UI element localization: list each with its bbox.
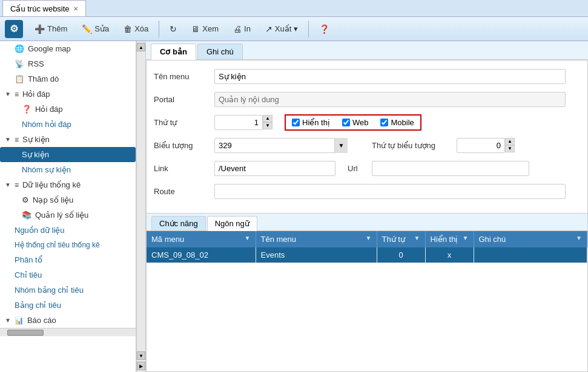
help-button[interactable]: ❓ (312, 21, 336, 37)
row-portal: Portal (154, 91, 580, 108)
input-portal (214, 92, 566, 107)
sua-button[interactable]: ✏️ Sửa (75, 21, 116, 37)
row-link-url: Link Url (154, 160, 580, 177)
check-mobile[interactable] (380, 119, 388, 126)
sidebar-item-su-kien[interactable]: Sự kiện (0, 147, 136, 162)
th-thu-tu[interactable]: Thứ tự ▼ (377, 231, 425, 247)
cell-ten-menu: Events (256, 247, 377, 263)
sidebar-label-hoi-dap: Hỏi đáp (35, 105, 63, 114)
spinner-bieu-tuong-down[interactable]: ▼ (505, 145, 515, 152)
cell-thu-tu: 0 (377, 247, 425, 263)
th-ten-menu[interactable]: Tên menu ▼ (256, 231, 377, 247)
chuc-nang-label: Chức năng (159, 219, 198, 228)
them-label: Thêm (47, 24, 67, 33)
input-link[interactable] (214, 161, 335, 176)
tab-ngon-ngu[interactable]: Ngôn ngữ (207, 216, 257, 231)
filter-ten-menu-icon[interactable]: ▼ (366, 235, 372, 241)
sidebar-item-tham-do[interactable]: 📋 Thăm dò (0, 71, 136, 86)
sidebar-label-phan-to: Phân tổ (15, 255, 42, 264)
input-thu-tu-bieu-tuong[interactable] (457, 138, 505, 153)
sidebar-item-nhom-su-kien[interactable]: Nhóm sự kiện (0, 162, 136, 177)
sidebar-label-su-kien: Sự kiện (22, 150, 49, 159)
tab-cau-truc-website[interactable]: Cấu trúc website ✕ (2, 0, 86, 16)
spinner-btns: ▲ ▼ (263, 115, 273, 129)
spinner-down[interactable]: ▼ (263, 122, 273, 129)
refresh-button[interactable]: ↻ (163, 21, 183, 37)
filter-hien-thi-icon[interactable]: ▼ (463, 235, 469, 241)
form-tabs: Cơ bản Ghi chú (146, 41, 588, 60)
check-web[interactable] (342, 119, 350, 126)
spinner-up[interactable]: ▲ (263, 115, 273, 122)
tab-label: Cấu trúc website (10, 4, 70, 13)
th-thu-tu-label: Thứ tự (382, 235, 405, 244)
filter-ghi-chu-icon[interactable]: ▼ (576, 235, 582, 241)
checkbox-hien-thi[interactable]: Hiển thị (292, 118, 330, 127)
sidebar-label-google-map: Google map (28, 44, 71, 53)
sidebar-item-bang-chi-tieu[interactable]: Bảng chỉ tiêu (0, 298, 136, 313)
tab-ghi-chu[interactable]: Ghi chú (197, 44, 243, 59)
sidebar-label-du-lieu: Dữ liệu thống kê (22, 180, 81, 189)
sidebar-label-bang: Bảng chỉ tiêu (15, 301, 61, 310)
tab-close-icon[interactable]: ✕ (73, 5, 78, 12)
th-ma-menu[interactable]: Mã menu ▼ (147, 231, 256, 247)
sidebar-hscrollbar[interactable] (0, 328, 136, 336)
input-thu-tu[interactable] (214, 115, 263, 130)
tab-chuc-nang[interactable]: Chức năng (151, 216, 206, 230)
check-hien-thi[interactable] (292, 119, 300, 126)
triangle-icon-3: ▼ (5, 181, 11, 188)
xuat-button[interactable]: ↗ Xuất ▾ (259, 21, 305, 37)
sidebar-item-rss[interactable]: 📡 RSS (0, 56, 136, 71)
select-bieu-tuong[interactable]: 329 (214, 138, 348, 153)
th-hien-thi[interactable]: Hiển thị ▼ (425, 231, 474, 247)
scroll-right-btn[interactable]: ▶ (137, 362, 145, 370)
label-hien-thi: Hiển thị (302, 118, 330, 127)
input-ten-menu[interactable] (214, 69, 566, 84)
spinner-bieu-tuong: ▲ ▼ (457, 138, 515, 153)
spinner-bieu-tuong-up[interactable]: ▲ (505, 138, 515, 145)
xuat-label: Xuất ▾ (275, 24, 298, 33)
sidebar-item-chi-tieu[interactable]: Chỉ tiêu (0, 267, 136, 282)
xem-button[interactable]: 🖥 Xem (185, 21, 225, 37)
label-ten-menu: Tên menu (154, 72, 214, 81)
checkbox-web[interactable]: Web (342, 118, 369, 127)
input-url[interactable] (372, 161, 529, 176)
refresh-icon: ↻ (170, 24, 177, 34)
checkbox-mobile[interactable]: Mobile (380, 118, 414, 127)
them-button[interactable]: ➕ Thêm (28, 21, 74, 37)
row-route: Route (154, 183, 580, 200)
sidebar-item-nap-so-lieu[interactable]: ⚙ Nạp số liệu (0, 192, 136, 207)
in-button[interactable]: 🖨 In (226, 21, 257, 37)
label-bieu-tuong: Biểu tượng (154, 141, 214, 150)
sidebar-hscrollbar-thumb[interactable] (7, 330, 44, 336)
co-ban-label: Cơ bản (160, 47, 187, 56)
filter-ma-menu-icon[interactable]: ▼ (245, 235, 251, 241)
sidebar-group-hoi-dap[interactable]: ▼ ≡ Hỏi đáp (0, 86, 136, 102)
sidebar-item-quan-ly-so-lieu[interactable]: 📚 Quản lý số liệu (0, 207, 136, 223)
google-map-icon: 🌐 (15, 44, 24, 53)
xoa-button[interactable]: 🗑 Xóa (117, 21, 155, 37)
checkbox-group: Hiển thị Web Mobile (285, 114, 421, 131)
sidebar-item-nguon-du-lieu[interactable]: Nguồn dữ liệu (0, 223, 136, 238)
label-thu-tu: Thứ tự (154, 118, 214, 127)
sidebar-label-chi-tieu: Chỉ tiêu (15, 270, 42, 279)
sidebar-group-du-lieu[interactable]: ▼ ≡ Dữ liệu thống kê (0, 177, 136, 192)
label-url: Url (348, 164, 372, 173)
table-row[interactable]: CMS_09_08_02 Events 0 x (147, 247, 587, 263)
tab-co-ban[interactable]: Cơ bản (151, 44, 196, 60)
content-area: Cơ bản Ghi chú Tên menu Portal (146, 41, 588, 372)
sidebar-group-bao-cao[interactable]: ▼ 📊 Báo cáo (0, 313, 136, 328)
sidebar-item-google-map[interactable]: 🌐 Google map (0, 41, 136, 56)
th-ghi-chu[interactable]: Ghi chú ▼ (474, 231, 587, 247)
scroll-down-btn[interactable]: ▼ (137, 351, 145, 360)
scroll-up-btn[interactable]: ▲ (137, 43, 145, 51)
filter-thu-tu-icon[interactable]: ▼ (414, 235, 420, 241)
sidebar-item-nhom-hoi-dap[interactable]: Nhóm hỏi đáp (0, 117, 136, 132)
label-thu-tu-bieu-tuong: Thứ tự biểu tượng (372, 141, 457, 150)
sidebar-item-hoi-dap[interactable]: ❓ Hỏi đáp (0, 102, 136, 117)
sidebar-item-nhom-bang-chi-tieu[interactable]: Nhóm bảng chỉ tiêu (0, 282, 136, 298)
sidebar-item-he-thong[interactable]: Hệ thống chỉ tiêu thống kê (0, 238, 136, 252)
sidebar-item-phan-to[interactable]: Phân tổ (0, 252, 136, 267)
input-route[interactable] (214, 184, 566, 199)
sidebar-vscrollbar: ▲ ▼ ▶ (136, 41, 146, 372)
sidebar-group-su-kien[interactable]: ▼ ≡ Sự kiện (0, 132, 136, 147)
